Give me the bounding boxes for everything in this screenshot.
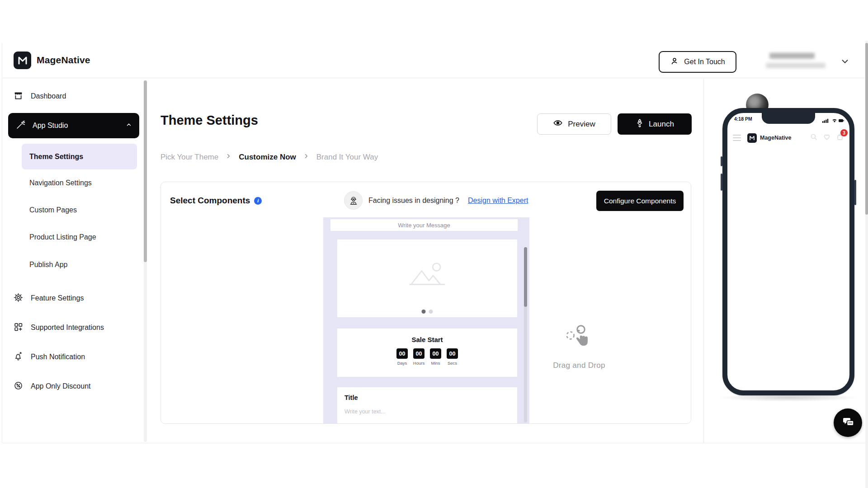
user-store-redacted <box>766 63 826 68</box>
carousel-dot[interactable] <box>429 310 433 314</box>
select-components-panel: Select Components i Facing issues in des… <box>160 182 691 424</box>
chat-widget-button[interactable] <box>834 408 862 437</box>
eye-icon <box>553 118 563 130</box>
drag-hand-icon <box>565 347 594 354</box>
magenative-app: MageNative Get In Touch Dashboard App St… <box>0 0 868 488</box>
sidebar-item-dashboard[interactable]: Dashboard <box>2 87 144 105</box>
sidebar-item-push-notification[interactable]: Push Notification <box>2 348 144 366</box>
cart-badge: 3 <box>840 129 848 136</box>
designer-avatar-icon <box>344 191 363 210</box>
countdown-days-value: 00 <box>396 348 408 359</box>
text-block-title: Title <box>344 394 358 401</box>
carousel-dot-active[interactable] <box>422 310 426 314</box>
magic-wand-icon <box>16 120 25 131</box>
preview-button[interactable]: Preview <box>537 113 611 135</box>
heart-icon[interactable] <box>823 133 831 143</box>
sidebar-item-label: App Studio <box>33 122 68 130</box>
brand-logo-icon <box>14 52 31 69</box>
info-icon[interactable]: i <box>254 197 262 205</box>
drag-and-drop-zone[interactable]: Drag and Drop <box>535 324 623 370</box>
sidebar-scrollbar-thumb[interactable] <box>144 80 147 262</box>
drag-and-drop-label: Drag and Drop <box>535 361 623 370</box>
sale-title: Sale Start <box>337 336 517 343</box>
sidebar: Dashboard App Studio Theme Settings Navi… <box>2 78 144 443</box>
countdown-timer: 00Days 00Hours 00Mins 00Secs <box>337 348 517 366</box>
countdown-mins-value: 00 <box>430 348 441 359</box>
page-title: Theme Settings <box>160 113 258 128</box>
design-with-expert-link[interactable]: Design with Expert <box>468 197 528 205</box>
user-name-redacted <box>769 53 815 59</box>
get-in-touch-label: Get In Touch <box>684 58 725 66</box>
breadcrumb-brand-it-your-way[interactable]: Brand It Your Way <box>316 153 378 162</box>
countdown-secs-label: Secs <box>446 361 458 366</box>
percent-icon <box>14 381 23 392</box>
rocket-icon <box>635 118 644 130</box>
sidebar-item-app-only-discount[interactable]: App Only Discount <box>2 377 144 395</box>
sidebar-item-label: Publish App <box>29 261 68 269</box>
phone-status-icons <box>822 117 844 125</box>
sidebar-item-label: Custom Pages <box>29 206 77 214</box>
breadcrumb-pick-your-theme[interactable]: Pick Your Theme <box>160 153 218 162</box>
phone-notch <box>762 113 815 124</box>
sidebar-item-navigation-settings[interactable]: Navigation Settings <box>22 174 137 192</box>
phone-status-time: 4:18 PM <box>734 116 752 122</box>
banner-carousel-component[interactable] <box>337 239 517 317</box>
app-bottom-border <box>2 443 868 443</box>
bag-icon[interactable]: 3 <box>836 133 844 143</box>
sidebar-item-product-listing-page[interactable]: Product Listing Page <box>22 228 137 246</box>
phone-button <box>721 156 722 166</box>
phone-button <box>854 180 856 205</box>
hamburger-icon[interactable] <box>733 135 741 141</box>
countdown-hours-label: Hours <box>413 361 425 366</box>
browser-scrollbar-thumb[interactable] <box>865 43 868 215</box>
sidebar-item-feature-settings[interactable]: Feature Settings <box>2 289 144 307</box>
countdown-hours-value: 00 <box>413 348 425 359</box>
sidebar-item-label: Push Notification <box>31 353 85 361</box>
phone-brand-name: MageNative <box>760 135 791 141</box>
gear-icon <box>14 293 23 304</box>
breadcrumb-customize-now[interactable]: Customize Now <box>239 153 296 162</box>
announcement-bar-component[interactable]: Write your Message <box>330 219 518 231</box>
sidebar-item-label: Dashboard <box>31 92 66 100</box>
top-header: MageNative Get In Touch <box>2 43 868 78</box>
sidebar-item-theme-settings[interactable]: Theme Settings <box>22 144 137 169</box>
phone-shadow <box>718 394 859 402</box>
chevron-right-icon <box>303 153 310 162</box>
storefront-icon <box>14 91 23 102</box>
preview-scrollbar[interactable] <box>524 247 527 422</box>
sidebar-item-app-studio[interactable]: App Studio <box>8 113 139 138</box>
breadcrumb: Pick Your Theme Customize Now Brand It Y… <box>160 153 378 162</box>
phone-button <box>721 174 722 191</box>
design-help-text: Facing issues in designing ? <box>368 197 459 205</box>
chat-icon <box>841 415 855 431</box>
brand-name: MageNative <box>37 55 90 66</box>
preview-label: Preview <box>568 120 595 129</box>
launch-button[interactable]: Launch <box>618 113 692 135</box>
image-placeholder-icon <box>406 261 448 290</box>
countdown-mins-label: Mins <box>429 361 442 366</box>
theme-preview-canvas[interactable]: Write your Message Sale Start 00Days 00H… <box>323 217 529 424</box>
design-help: Facing issues in designing ? Design with… <box>344 191 528 210</box>
get-in-touch-button[interactable]: Get In Touch <box>659 51 736 73</box>
sidebar-scrollbar[interactable] <box>144 80 147 442</box>
sidebar-item-publish-app[interactable]: Publish App <box>22 256 137 274</box>
sidebar-item-custom-pages[interactable]: Custom Pages <box>22 201 137 219</box>
search-icon[interactable] <box>810 133 818 143</box>
preview-scrollbar-thumb[interactable] <box>524 247 527 307</box>
countdown-component[interactable]: Sale Start 00Days 00Hours 00Mins 00Secs <box>337 328 517 377</box>
sidebar-item-supported-integrations[interactable]: Supported Integrations <box>2 319 144 337</box>
sidebar-item-label: Supported Integrations <box>31 324 104 332</box>
phone-app-bar: MageNative 3 <box>733 130 844 145</box>
bell-icon <box>14 352 23 363</box>
sidebar-item-label: Theme Settings <box>29 153 83 161</box>
browser-scrollbar[interactable] <box>865 41 868 488</box>
sidebar-item-label: Product Listing Page <box>29 233 96 241</box>
chevron-down-icon[interactable] <box>840 56 850 68</box>
person-icon <box>670 56 679 68</box>
carousel-dots <box>422 310 433 314</box>
countdown-secs-value: 00 <box>447 348 458 359</box>
configure-components-button[interactable]: Configure Components <box>596 191 684 211</box>
chevron-up-icon <box>126 122 132 130</box>
launch-label: Launch <box>649 120 674 129</box>
text-block-component[interactable]: Title Write your text... <box>337 387 517 424</box>
